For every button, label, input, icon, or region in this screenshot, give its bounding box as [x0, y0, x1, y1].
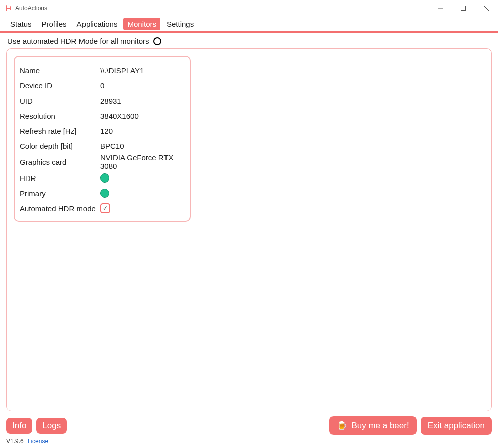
auto-hdr-checkbox[interactable]: ✓: [100, 203, 110, 213]
tab-status[interactable]: Status: [6, 18, 36, 30]
beer-icon: 🍺: [337, 420, 347, 431]
row-uid: UID 28931: [20, 93, 185, 108]
tab-monitors[interactable]: Monitors: [123, 18, 160, 30]
label-hdr: HDR: [20, 174, 100, 183]
value-color-depth: BPC10: [100, 142, 124, 150]
label-gpu: Graphics card: [20, 158, 100, 166]
close-button[interactable]: [475, 0, 498, 16]
monitor-card: Name \\.\DISPLAY1 Device ID 0 UID 28931 …: [14, 56, 191, 222]
row-auto-hdr: Automated HDR mode ✓: [20, 201, 185, 216]
value-uid: 28931: [100, 97, 121, 105]
label-auto-hdr: Automated HDR mode: [20, 204, 100, 213]
label-refresh: Refresh rate [Hz]: [20, 127, 100, 135]
hdr-all-row: Use automated HDR Mode for all monitors: [6, 37, 492, 45]
hdr-all-label: Use automated HDR Mode for all monitors: [7, 37, 149, 45]
row-device-id: Device ID 0: [20, 78, 185, 93]
window-controls: [429, 0, 498, 16]
row-name: Name \\.\DISPLAY1: [20, 63, 185, 78]
minimize-button[interactable]: [429, 0, 452, 16]
tab-profiles[interactable]: Profiles: [38, 18, 71, 30]
label-name: Name: [20, 66, 100, 75]
buy-beer-label: Buy me a beer!: [351, 421, 409, 431]
app-title: AutoActions: [15, 5, 47, 12]
exit-button[interactable]: Exit application: [421, 417, 492, 435]
app-icon: [4, 4, 12, 12]
hdr-indicator-on: [100, 173, 109, 183]
monitors-panel: Name \\.\DISPLAY1 Device ID 0 UID 28931 …: [6, 48, 492, 411]
label-color-depth: Color depth [bit]: [20, 142, 100, 150]
svg-rect-1: [461, 6, 466, 11]
maximize-button[interactable]: [452, 0, 475, 16]
row-hdr: HDR: [20, 170, 185, 186]
license-link[interactable]: License: [28, 438, 48, 445]
row-gpu: Graphics card NVIDIA GeForce RTX 3080: [20, 153, 185, 170]
row-color-depth: Color depth [bit] BPC10: [20, 138, 185, 153]
value-device-id: 0: [100, 81, 104, 90]
status-bar: V1.9.6 License: [0, 437, 498, 448]
label-device-id: Device ID: [20, 81, 100, 90]
info-button[interactable]: Info: [6, 418, 32, 434]
label-uid: UID: [20, 97, 100, 105]
primary-indicator-on: [100, 189, 109, 198]
value-resolution: 3840X1600: [100, 112, 139, 120]
tab-bar: Status Profiles Applications Monitors Se…: [0, 16, 498, 31]
value-name: \\.\DISPLAY1: [100, 66, 144, 75]
label-resolution: Resolution: [20, 112, 100, 120]
logs-button[interactable]: Logs: [36, 418, 67, 434]
tab-applications[interactable]: Applications: [73, 18, 122, 30]
buy-beer-button[interactable]: 🍺 Buy me a beer!: [329, 416, 416, 435]
footer-buttons: Info Logs 🍺 Buy me a beer! Exit applicat…: [0, 413, 498, 437]
hdr-all-toggle[interactable]: [153, 37, 161, 45]
content-area: Use automated HDR Mode for all monitors …: [0, 33, 498, 413]
row-resolution: Resolution 3840X1600: [20, 108, 185, 123]
label-primary: Primary: [20, 189, 100, 198]
value-refresh: 120: [100, 127, 113, 135]
value-gpu: NVIDIA GeForce RTX 3080: [100, 153, 185, 170]
version-label: V1.9.6: [6, 438, 24, 445]
row-primary: Primary: [20, 186, 185, 201]
titlebar: AutoActions: [0, 0, 498, 16]
row-refresh: Refresh rate [Hz] 120: [20, 123, 185, 138]
tab-settings[interactable]: Settings: [162, 18, 198, 30]
